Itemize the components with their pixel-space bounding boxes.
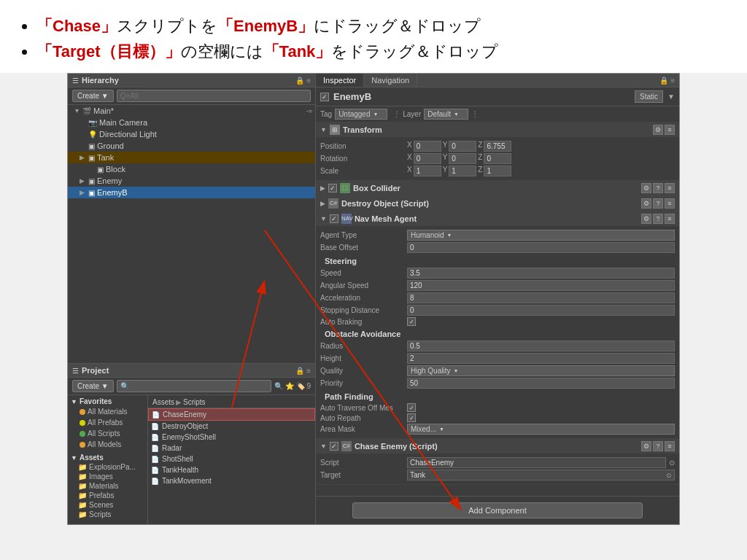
pos-z[interactable]: [484, 141, 511, 152]
script-shotshell[interactable]: 📄 ShotShell: [148, 454, 315, 464]
assets-scenes[interactable]: 📁 Scenes: [68, 500, 147, 510]
menu-icon[interactable]: ≡: [306, 77, 311, 85]
tab-inspector[interactable]: Inspector: [316, 74, 364, 87]
area-mask-dropdown[interactable]: Mixed...: [407, 424, 675, 435]
priority-input[interactable]: [407, 378, 675, 389]
fav-all-scripts[interactable]: All Scripts: [68, 428, 147, 439]
tree-item-enemyb[interactable]: ▶ ▣ EnemyB: [68, 187, 315, 198]
hierarchy-search[interactable]: [117, 90, 311, 102]
stopping-distance-input[interactable]: [407, 305, 675, 316]
scale-y[interactable]: [449, 166, 476, 176]
chase-menu-btn[interactable]: ≡: [665, 441, 675, 451]
tree-item-ground[interactable]: ▣ Ground: [68, 140, 315, 152]
tag-dropdown[interactable]: Untagged: [335, 109, 387, 120]
target-field[interactable]: Tank ⊙: [407, 470, 675, 481]
assets-prefabs[interactable]: 📁 Prefabs: [68, 491, 147, 500]
height-input[interactable]: [407, 353, 675, 364]
assets-explosionpa[interactable]: 📁 ExplosionPa...: [68, 462, 147, 472]
fav-all-prefabs[interactable]: All Prefabs: [68, 417, 147, 428]
project-search[interactable]: [117, 380, 271, 392]
tree-item-main-camera[interactable]: 📷 Main Camera: [68, 117, 315, 128]
project-menu-icon[interactable]: ≡: [306, 367, 311, 375]
box-collider-menu-btn[interactable]: ≡: [665, 183, 675, 193]
tab-navigation[interactable]: Navigation: [364, 74, 417, 87]
project-lock-icon[interactable]: 🔒: [295, 367, 304, 375]
inspector-lock-icon[interactable]: 🔒: [659, 77, 668, 85]
target-circle-icon: ⊙: [666, 472, 672, 479]
script-tankmovement[interactable]: 📄 TankMovement: [148, 475, 315, 486]
transform-menu-btn[interactable]: ≡: [665, 125, 675, 135]
script-icon-chaseenemy: 📄: [152, 411, 160, 419]
nav-mesh-menu-btn[interactable]: ≡: [665, 214, 675, 224]
add-component-button[interactable]: Add Component: [352, 502, 643, 518]
inspector-menu-icon[interactable]: ≡: [670, 77, 675, 85]
pos-y[interactable]: [449, 141, 476, 152]
hierarchy-create-btn[interactable]: Create ▼: [72, 90, 114, 102]
breadcrumb-scripts: Scripts: [183, 398, 206, 406]
position-label: Position: [320, 142, 404, 150]
script-tankhealth[interactable]: 📄 TankHealth: [148, 464, 315, 475]
box-collider-checkbox[interactable]: [328, 184, 337, 192]
pos-x[interactable]: [414, 141, 441, 152]
tree-item-block[interactable]: ▣ Block: [68, 163, 315, 175]
fav-all-materials[interactable]: All Materials: [68, 406, 147, 417]
quality-dropdown[interactable]: High Quality: [407, 365, 675, 376]
angular-speed-input[interactable]: [407, 280, 675, 291]
auto-braking-checkbox[interactable]: [407, 317, 416, 326]
angular-speed-row: Angular Speed: [320, 279, 675, 292]
chase-settings-btn[interactable]: ⚙: [641, 441, 651, 451]
area-mask-row: Area Mask Mixed...: [320, 423, 675, 435]
script-ref-input[interactable]: [407, 457, 666, 468]
tree-item-main[interactable]: ▼ 🎬 Main* -=: [68, 105, 315, 117]
nav-mesh-checkbox[interactable]: [330, 214, 338, 223]
agent-type-dropdown[interactable]: Humanoid: [407, 230, 675, 241]
base-offset-input[interactable]: [407, 242, 675, 253]
lock-icon[interactable]: 🔒: [295, 77, 304, 85]
script-destroyobject[interactable]: 📄 DestroyObject: [148, 421, 315, 432]
box-collider-header[interactable]: ▶ ⬚ Box Collider ⚙ ? ≡: [316, 181, 679, 195]
layer-dropdown[interactable]: Default: [424, 109, 468, 120]
chase-enemy-checkbox[interactable]: [330, 442, 338, 451]
tree-item-tank[interactable]: ▶ ▣ Tank: [68, 152, 315, 163]
project-create-btn[interactable]: Create ▼: [72, 380, 114, 392]
assets-images[interactable]: 📁 Images: [68, 472, 147, 481]
assets-materials[interactable]: 📁 Materials: [68, 481, 147, 491]
script-icon-tankmovement: 📄: [151, 478, 159, 485]
box-collider-ref-btn[interactable]: ?: [653, 183, 663, 193]
auto-traverse-checkbox[interactable]: [407, 403, 416, 412]
static-button[interactable]: Static: [635, 90, 663, 103]
rot-z[interactable]: [484, 153, 511, 164]
gameobject-checkbox[interactable]: [320, 93, 329, 101]
destroy-object-header[interactable]: ▶ C# Destroy Object (Script) ⚙ ? ≡: [316, 196, 679, 211]
speed-input[interactable]: [407, 268, 675, 279]
box-collider-settings-btn[interactable]: ⚙: [641, 183, 651, 193]
radius-input[interactable]: [407, 341, 675, 351]
script-radar[interactable]: 📄 Radar: [148, 443, 315, 454]
static-arrow[interactable]: ▼: [667, 93, 675, 101]
chase-enemy-header[interactable]: ▼ C# Chase Enemy (Script) ⚙ ? ≡: [316, 439, 679, 454]
script-enemyshotshell[interactable]: 📄 EnemyShotShell: [148, 432, 315, 443]
assets-scripts[interactable]: 📁 Scripts: [68, 510, 147, 519]
transform-header[interactable]: ▼ ⊞ Transform ⚙ ≡: [316, 122, 679, 137]
area-mask-label: Area Mask: [320, 425, 404, 433]
acceleration-input[interactable]: [407, 292, 675, 303]
destroy-menu-btn[interactable]: ≡: [665, 198, 675, 209]
tree-item-enemy[interactable]: ▶ ▣ Enemy: [68, 175, 315, 187]
auto-repath-checkbox[interactable]: [407, 413, 416, 422]
layer-arrow[interactable]: ⋮: [471, 110, 479, 118]
scale-x[interactable]: [414, 166, 441, 176]
chase-ref-btn[interactable]: ?: [653, 441, 663, 451]
script-chaseenemy[interactable]: 📄 ChaseEnemy: [148, 408, 315, 421]
transform-settings-btn[interactable]: ⚙: [653, 125, 663, 135]
destroy-settings-btn[interactable]: ⚙: [641, 198, 651, 209]
destroy-ref-btn[interactable]: ?: [653, 198, 663, 209]
nav-mesh-ref-btn[interactable]: ?: [653, 214, 663, 224]
fav-all-models[interactable]: All Models: [68, 439, 147, 450]
rot-x[interactable]: [414, 153, 441, 164]
scale-z[interactable]: [484, 166, 511, 176]
nav-mesh-settings-btn[interactable]: ⚙: [641, 214, 651, 224]
transform-body: Position X Y Z Rotation X Y Z: [316, 137, 679, 180]
nav-mesh-header[interactable]: ▼ NAV Nav Mesh Agent ⚙ ? ≡: [316, 211, 679, 226]
rot-y[interactable]: [449, 153, 476, 164]
tree-item-directional-light[interactable]: 💡 Directional Light: [68, 128, 315, 140]
